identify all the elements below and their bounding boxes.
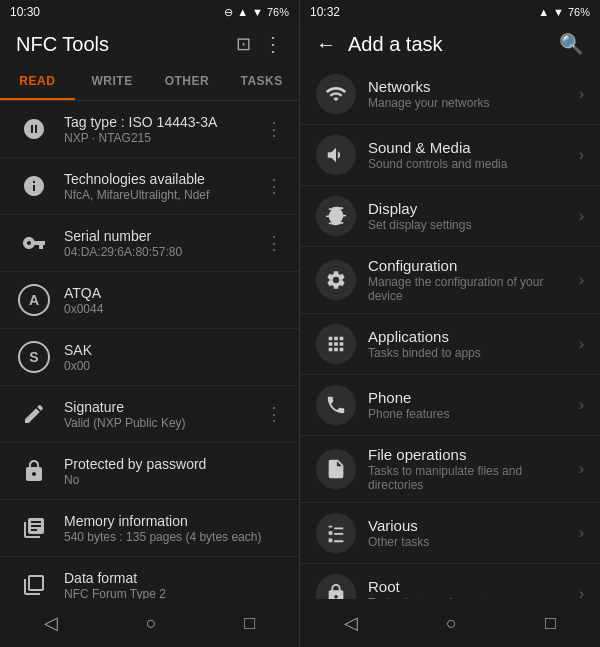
nfc-data-list: Tag type : ISO 14443-3A NXP · NTAG215 ⋮ … <box>0 101 299 599</box>
list-text: Serial number 04:DA:29:6A:80:57:80 <box>64 228 257 259</box>
task-phone[interactable]: Phone Phone features › <box>300 375 600 436</box>
search-icon[interactable]: 🔍 <box>559 32 584 56</box>
sak-value: 0x00 <box>64 359 283 373</box>
signal-icon: ▲ <box>237 6 248 18</box>
chevron-right-icon: › <box>579 585 584 599</box>
tag-type-value: NXP · NTAG215 <box>64 131 257 145</box>
list-item: Serial number 04:DA:29:6A:80:57:80 ⋮ <box>0 215 299 272</box>
right-status-icons: ▲ ▼ 76% <box>538 6 590 18</box>
data-format-icon <box>16 567 52 599</box>
task-applications[interactable]: Applications Tasks binded to apps › <box>300 314 600 375</box>
list-text: SAK 0x00 <box>64 342 283 373</box>
sound-icon-wrap <box>316 135 356 175</box>
back-arrow-icon[interactable]: ← <box>316 33 336 56</box>
task-name: Networks <box>368 78 579 95</box>
list-text: ATQA 0x0044 <box>64 285 283 316</box>
right-title: Add a task <box>348 33 443 56</box>
tech-value: NfcA, MifareUltralight, Ndef <box>64 188 257 202</box>
task-networks[interactable]: Networks Manage your networks › <box>300 64 600 125</box>
right-back-button[interactable]: ◁ <box>324 604 378 642</box>
task-various[interactable]: Various Other tasks › <box>300 503 600 564</box>
tabs-row: READ WRITE OTHER TASKS <box>0 64 299 101</box>
right-home-button[interactable]: ○ <box>426 605 477 642</box>
sig-label: Signature <box>64 399 257 415</box>
task-name: Sound & Media <box>368 139 579 156</box>
tab-read[interactable]: READ <box>0 64 75 100</box>
more-icon[interactable]: ⋮ <box>257 175 283 197</box>
right-panel: 10:32 ▲ ▼ 76% ← Add a task 🔍 Networks Ma… <box>300 0 600 647</box>
task-text: Sound & Media Sound controls and media <box>368 139 579 171</box>
task-file-operations[interactable]: File operations Tasks to manipulate file… <box>300 436 600 503</box>
task-desc: Tasks to manipulate files and directorie… <box>368 464 579 492</box>
list-item: Tag type : ISO 14443-3A NXP · NTAG215 ⋮ <box>0 101 299 158</box>
phone-icon-wrap <box>316 385 356 425</box>
wifi-icon: ▼ <box>252 6 263 18</box>
task-configuration[interactable]: Configuration Manage the configuration o… <box>300 247 600 314</box>
nfc-info-icon[interactable]: ⊡ <box>236 33 251 55</box>
back-button[interactable]: ◁ <box>24 604 78 642</box>
list-text: Technologies available NfcA, MifareUltra… <box>64 171 257 202</box>
task-desc: Sound controls and media <box>368 157 579 171</box>
task-desc: Set display settings <box>368 218 579 232</box>
task-sound[interactable]: Sound & Media Sound controls and media › <box>300 125 600 186</box>
atqa-value: 0x0044 <box>64 302 283 316</box>
key-icon <box>16 225 52 261</box>
file-icon-wrap <box>316 449 356 489</box>
task-text: Phone Phone features <box>368 389 579 421</box>
info-icon <box>16 168 52 204</box>
chevron-right-icon: › <box>579 271 584 289</box>
left-time: 10:30 <box>10 5 40 19</box>
right-header: ← Add a task 🔍 <box>300 24 600 64</box>
tab-write[interactable]: WRITE <box>75 64 150 100</box>
task-text: Applications Tasks binded to apps <box>368 328 579 360</box>
left-status-icons: ⊖ ▲ ▼ 76% <box>224 6 289 19</box>
home-button[interactable]: ○ <box>126 605 177 642</box>
chevron-right-icon: › <box>579 146 584 164</box>
task-desc: Manage your networks <box>368 96 579 110</box>
list-text: Protected by password No <box>64 456 283 487</box>
chevron-right-icon: › <box>579 85 584 103</box>
memory-value: 540 bytes : 135 pages (4 bytes each) <box>64 530 283 544</box>
right-status-bar: 10:32 ▲ ▼ 76% <box>300 0 600 24</box>
sak-icon: S <box>16 339 52 375</box>
serial-value: 04:DA:29:6A:80:57:80 <box>64 245 257 259</box>
left-header: NFC Tools ⊡ ⋮ <box>0 24 299 64</box>
task-desc: Tasks binded to apps <box>368 346 579 360</box>
recents-button[interactable]: □ <box>224 605 275 642</box>
battery-icon: 76% <box>267 6 289 18</box>
more-icon[interactable]: ⋮ <box>257 232 283 254</box>
task-text: Display Set display settings <box>368 200 579 232</box>
right-time: 10:32 <box>310 5 340 19</box>
task-desc: Phone features <box>368 407 579 421</box>
right-nav-bar: ◁ ○ □ <box>300 599 600 647</box>
task-text: Root Tasks that require root access <box>368 578 579 599</box>
root-icon-wrap <box>316 574 356 599</box>
list-item: A ATQA 0x0044 <box>0 272 299 329</box>
chevron-right-icon: › <box>579 207 584 225</box>
more-icon[interactable]: ⋮ <box>257 118 283 140</box>
right-battery-icon: 76% <box>568 6 590 18</box>
tab-tasks[interactable]: TASKS <box>224 64 299 100</box>
memory-label: Memory information <box>64 513 283 529</box>
task-name: Display <box>368 200 579 217</box>
list-text: Tag type : ISO 14443-3A NXP · NTAG215 <box>64 114 257 145</box>
left-status-bar: 10:30 ⊖ ▲ ▼ 76% <box>0 0 299 24</box>
left-nav-bar: ◁ ○ □ <box>0 599 299 647</box>
chevron-right-icon: › <box>579 460 584 478</box>
overflow-menu-icon[interactable]: ⋮ <box>263 32 283 56</box>
apps-icon-wrap <box>316 324 356 364</box>
right-wifi-icon: ▼ <box>553 6 564 18</box>
list-text: Signature Valid (NXP Public Key) <box>64 399 257 430</box>
task-desc: Other tasks <box>368 535 579 549</box>
task-root[interactable]: Root Tasks that require root access › <box>300 564 600 599</box>
serial-label: Serial number <box>64 228 257 244</box>
do-not-disturb-icon: ⊖ <box>224 6 233 19</box>
list-item: S SAK 0x00 <box>0 329 299 386</box>
signature-icon <box>16 396 52 432</box>
right-recents-button[interactable]: □ <box>525 605 576 642</box>
more-icon[interactable]: ⋮ <box>257 403 283 425</box>
task-name: File operations <box>368 446 579 463</box>
tab-other[interactable]: OTHER <box>150 64 225 100</box>
task-display[interactable]: Display Set display settings › <box>300 186 600 247</box>
task-text: File operations Tasks to manipulate file… <box>368 446 579 492</box>
